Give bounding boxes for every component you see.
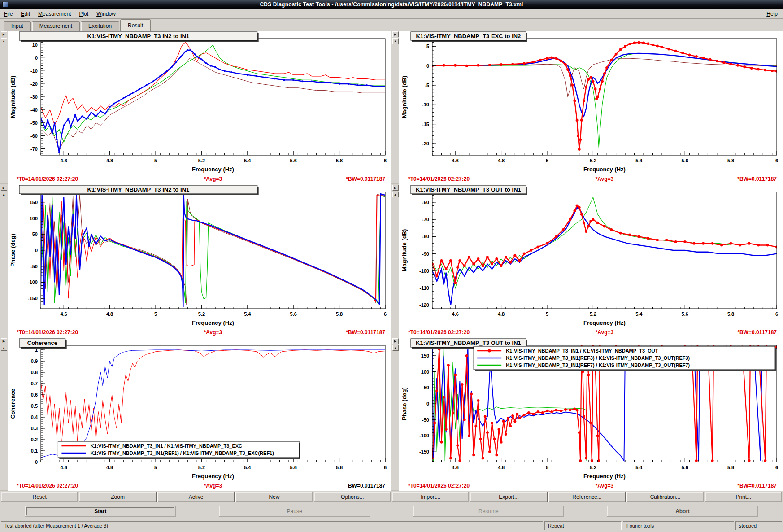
svg-text:5.2: 5.2 [590, 158, 596, 163]
pad-scroll-up-icon[interactable]: ▲ [392, 38, 399, 44]
svg-text:5: 5 [546, 311, 548, 317]
plot-pad-coherence[interactable]: 4.64.855.25.45.65.8610.90.80.70.60.50.40… [8, 337, 392, 491]
svg-text:-110: -110 [420, 285, 429, 291]
svg-text:-50: -50 [30, 264, 38, 269]
pad-menu-icon[interactable]: ▶ [392, 31, 399, 37]
svg-text:0: 0 [35, 248, 38, 253]
svg-text:6: 6 [384, 158, 387, 163]
svg-text:0.2: 0.2 [31, 437, 38, 442]
svg-text:5.4: 5.4 [244, 311, 251, 317]
start-button[interactable]: Start [25, 506, 176, 517]
svg-text:6: 6 [775, 158, 778, 163]
menu-edit[interactable]: Edit [17, 9, 34, 18]
svg-text:-150: -150 [419, 449, 429, 454]
svg-text:150: 150 [421, 353, 429, 358]
reference-button[interactable]: Reference... [548, 492, 626, 502]
menu-help[interactable]: Help [761, 9, 783, 18]
menu-plot[interactable]: Plot [75, 9, 92, 18]
svg-text:*BW=0.0117187: *BW=0.0117187 [346, 176, 385, 182]
plot-pad-out-in1-phase[interactable]: 4.64.855.25.45.65.86150100500-50-100-150… [399, 337, 783, 491]
abort-button[interactable]: Abort [607, 506, 758, 517]
status-tools: Fourier tools [623, 521, 734, 530]
pad-scroll-up-icon[interactable]: ▲ [392, 345, 399, 351]
svg-text:4.8: 4.8 [498, 311, 505, 317]
pad-scroll-up-icon[interactable]: ▲ [1, 38, 7, 44]
reset-button[interactable]: Reset [1, 492, 78, 502]
statusbar: Test aborted (after Measurement 1 / Aver… [0, 520, 783, 531]
print-button[interactable]: Print... [705, 492, 782, 502]
pad-menu-icon[interactable]: ▶ [1, 338, 7, 344]
active-button[interactable]: Active [157, 492, 235, 502]
svg-text:-150: -150 [28, 296, 38, 301]
svg-text:100: 100 [421, 369, 429, 375]
svg-text:0.9: 0.9 [31, 358, 38, 364]
tab-excitation[interactable]: Excitation [81, 21, 119, 31]
toolbar: ResetZoomActiveNewOptions...Import...Exp… [1, 492, 782, 502]
tab-measurement[interactable]: Measurement [32, 21, 80, 31]
pad-controls: ▶▲ [392, 184, 399, 337]
resume-button[interactable]: Resume [413, 506, 565, 517]
pad-scroll-up-icon[interactable]: ▲ [1, 192, 7, 197]
pad-menu-icon[interactable]: ▶ [1, 31, 7, 37]
menu-measurement[interactable]: Measurement [34, 9, 75, 18]
svg-text:*Avg=3: *Avg=3 [204, 329, 222, 336]
svg-text:Frequency (Hz): Frequency (Hz) [192, 319, 234, 326]
pad-controls: ▶▲ [0, 337, 8, 490]
svg-text:4.6: 4.6 [61, 465, 67, 470]
pad-scroll-up-icon[interactable]: ▲ [1, 345, 7, 351]
svg-text:-5: -5 [425, 83, 429, 88]
svg-text:4.8: 4.8 [106, 158, 113, 163]
svg-text:-10: -10 [30, 68, 38, 74]
svg-text:Frequency (Hz): Frequency (Hz) [583, 166, 626, 173]
import-button[interactable]: Import... [392, 492, 469, 502]
svg-text:0.4: 0.4 [31, 414, 38, 420]
svg-text:5: 5 [546, 465, 548, 470]
tabbar: InputMeasurementExcitationResult [0, 19, 783, 31]
plot-pad-in2-in1-mag[interactable]: 4.64.855.25.45.65.86100-10-20-30-40-50-6… [8, 31, 392, 184]
new-button[interactable]: New [235, 492, 313, 502]
status-message: Test aborted (after Measurement 1 / Aver… [1, 521, 543, 530]
plot-pad-exc-in2-mag[interactable]: 4.64.855.25.45.65.8650-5-10-15-20Frequen… [399, 31, 783, 184]
svg-text:5.4: 5.4 [635, 158, 643, 163]
menu-file[interactable]: File [0, 9, 17, 18]
pad-controls: ▶▲ [0, 31, 8, 183]
calibration-button[interactable]: Calibration... [626, 492, 704, 502]
app-icon [2, 2, 8, 8]
svg-text:5.2: 5.2 [198, 311, 205, 317]
svg-text:K1:VIS-ITMY_NBDAMP_T3_IN1(REF3: K1:VIS-ITMY_NBDAMP_T3_IN1(REF3) / K1:VIS… [506, 355, 690, 361]
pad-menu-icon[interactable]: ▶ [392, 185, 399, 191]
pad-controls: ▶▲ [0, 184, 8, 337]
tab-input[interactable]: Input [4, 21, 31, 31]
pad-menu-icon[interactable]: ▶ [392, 338, 399, 344]
svg-text:50: 50 [424, 385, 429, 390]
menu-window[interactable]: Window [92, 9, 120, 18]
svg-text:150: 150 [30, 200, 38, 205]
svg-text:*T0=14/01/2026 02:27:20: *T0=14/01/2026 02:27:20 [408, 176, 470, 182]
svg-text:-60: -60 [422, 200, 429, 205]
svg-text:4.6: 4.6 [61, 311, 67, 317]
svg-text:0.5: 0.5 [31, 403, 38, 409]
svg-text:10: 10 [32, 42, 38, 48]
svg-text:-50: -50 [30, 120, 38, 126]
plot-pad-in2-in1-phase[interactable]: 4.64.855.25.45.65.86150100500-50-100-150… [8, 184, 392, 337]
svg-text:50: 50 [32, 231, 38, 237]
plot-pad-out-in1-mag[interactable]: 4.64.855.25.45.65.86-60-70-80-90-100-110… [399, 184, 783, 337]
options-button[interactable]: Options... [314, 492, 391, 502]
svg-text:*T0=14/01/2026 02:27:20: *T0=14/01/2026 02:27:20 [17, 329, 78, 336]
svg-text:4.6: 4.6 [452, 465, 459, 470]
svg-text:5.4: 5.4 [244, 158, 251, 163]
tab-result[interactable]: Result [120, 19, 151, 31]
svg-text:5: 5 [154, 465, 157, 470]
svg-text:6: 6 [775, 311, 778, 317]
control-row: StartPauseResumeAbort [0, 506, 783, 517]
svg-text:-40: -40 [30, 107, 38, 113]
export-button[interactable]: Export... [470, 492, 547, 502]
svg-text:5.8: 5.8 [727, 158, 734, 163]
pause-button[interactable]: Pause [219, 506, 370, 517]
svg-text:5.2: 5.2 [198, 158, 205, 163]
zoom-button[interactable]: Zoom [79, 492, 156, 502]
svg-text:5.4: 5.4 [635, 465, 643, 470]
pad-menu-icon[interactable]: ▶ [1, 185, 7, 191]
svg-text:-100: -100 [419, 433, 429, 438]
pad-scroll-up-icon[interactable]: ▲ [392, 192, 399, 197]
